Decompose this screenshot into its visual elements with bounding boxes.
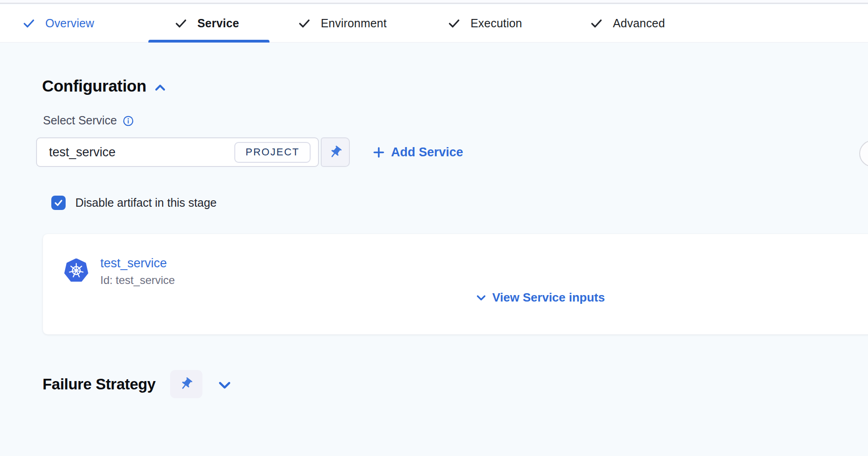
tab-label: Service (197, 17, 239, 30)
tab-overview[interactable]: Overview (22, 5, 94, 42)
edge-floating-button[interactable] (859, 140, 868, 167)
view-service-inputs-label: View Service inputs (492, 290, 605, 305)
check-icon (174, 17, 188, 30)
tab-label: Environment (321, 17, 387, 30)
chevron-down-icon (475, 292, 487, 304)
tab-service[interactable]: Service (174, 5, 239, 42)
info-icon[interactable] (122, 115, 134, 127)
stage-tabs: Overview Service Environment Execution A… (0, 5, 868, 43)
service-card: test_service Id: test_service View Servi… (43, 234, 868, 334)
check-icon (298, 17, 311, 30)
service-select-input[interactable]: test_service PROJECT (36, 137, 319, 167)
pin-icon (325, 142, 346, 162)
select-service-label-row: Select Service (43, 114, 134, 127)
tab-execution[interactable]: Execution (447, 5, 522, 42)
service-pin-button[interactable] (321, 137, 350, 167)
service-input-value: test_service (49, 145, 234, 160)
check-icon (54, 198, 63, 208)
configuration-header: Configuration (42, 77, 167, 95)
add-service-button[interactable]: Add Service (373, 137, 463, 167)
disable-artifact-label: Disable artifact in this stage (75, 196, 217, 210)
select-service-label: Select Service (43, 114, 117, 127)
tab-label: Advanced (613, 17, 665, 30)
chevron-down-icon[interactable] (217, 377, 232, 393)
failure-strategy-header: Failure Strategy (43, 370, 232, 398)
active-tab-underline (148, 40, 269, 43)
check-icon (590, 17, 603, 30)
check-icon (22, 17, 36, 30)
view-service-inputs-button[interactable]: View Service inputs (475, 290, 605, 305)
pin-icon (176, 374, 196, 394)
tab-label: Execution (471, 17, 522, 30)
service-name-link[interactable]: test_service (100, 256, 167, 271)
failure-strategy-pin-button[interactable] (170, 370, 202, 398)
top-divider (0, 0, 868, 4)
service-id-text: Id: test_service (100, 274, 175, 287)
tab-label: Overview (45, 17, 94, 30)
disable-artifact-checkbox[interactable] (51, 196, 66, 210)
configuration-title: Configuration (42, 77, 147, 95)
failure-strategy-title: Failure Strategy (43, 376, 156, 393)
scope-badge: PROJECT (234, 142, 311, 163)
chevron-up-icon[interactable] (153, 81, 167, 94)
disable-artifact-row[interactable]: Disable artifact in this stage (51, 196, 217, 210)
kubernetes-icon (64, 259, 88, 283)
add-service-label: Add Service (391, 145, 463, 160)
tab-environment[interactable]: Environment (298, 5, 387, 42)
stage-configuration-screen: Overview Service Environment Execution A… (0, 0, 868, 456)
check-icon (447, 17, 461, 30)
plus-icon (373, 146, 385, 159)
tab-advanced[interactable]: Advanced (590, 5, 665, 42)
